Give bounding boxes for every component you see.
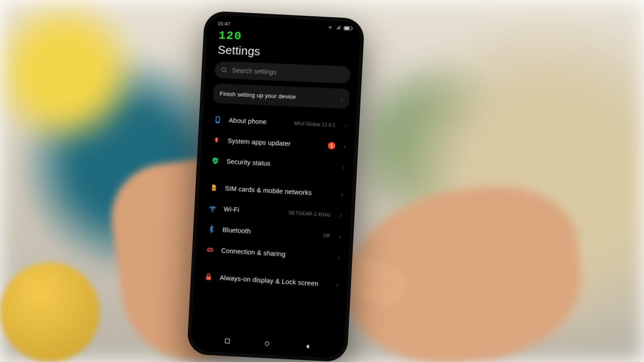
row-label: Always-on display & Lock screen xyxy=(220,274,330,288)
update-badge: 1 xyxy=(328,142,336,150)
shield-icon xyxy=(210,156,221,166)
settings-list: About phone MIUI Global 12.0.1 › System … xyxy=(194,109,356,296)
phone-frame: 15:47 120 Settings Search settings Finis… xyxy=(187,10,365,362)
background-mug xyxy=(0,262,100,362)
row-label: SIM cards & mobile networks xyxy=(225,185,335,198)
nav-recents-button[interactable] xyxy=(223,337,231,345)
lock-icon xyxy=(203,272,214,282)
chevron-right-icon: › xyxy=(340,212,342,219)
finish-setup-card[interactable]: Finish setting up your device › xyxy=(213,83,350,109)
bluetooth-icon xyxy=(206,224,216,234)
svg-line-4 xyxy=(225,71,226,72)
chevron-right-icon: › xyxy=(337,254,340,261)
link-icon xyxy=(205,244,216,255)
svg-rect-9 xyxy=(225,338,230,343)
phone: 15:47 120 Settings Search settings Finis… xyxy=(187,10,365,362)
battery-icon xyxy=(344,25,353,31)
chevron-right-icon: › xyxy=(341,191,343,198)
svg-rect-1 xyxy=(344,27,349,29)
finish-setup-label: Finish setting up your device xyxy=(220,90,296,100)
svg-rect-2 xyxy=(352,27,353,29)
row-label: Connection & sharing xyxy=(221,247,332,261)
row-sub: MIUI Global 12.0.1 xyxy=(294,120,336,128)
chevron-right-icon: › xyxy=(343,143,346,150)
sim-icon xyxy=(209,182,219,193)
status-right-cluster xyxy=(327,25,353,31)
row-label: Security status xyxy=(226,158,336,171)
svg-rect-8 xyxy=(206,276,211,280)
chevron-right-icon: › xyxy=(336,281,339,289)
row-label: About phone xyxy=(229,117,288,127)
chevron-right-icon: › xyxy=(342,163,345,171)
svg-rect-7 xyxy=(213,187,216,190)
wifi-icon xyxy=(207,203,218,214)
chevron-right-icon: › xyxy=(339,233,341,240)
nav-back-button[interactable] xyxy=(303,343,311,350)
chevron-right-icon: › xyxy=(344,122,347,129)
row-sub: NETGEAR-2.4GHz xyxy=(288,210,331,218)
search-icon xyxy=(221,67,228,73)
search-placeholder: Search settings xyxy=(232,67,277,76)
svg-point-10 xyxy=(265,342,269,346)
arrow-up-icon xyxy=(211,135,222,146)
row-sub: Off xyxy=(323,233,330,238)
status-time: 15:47 xyxy=(217,21,231,27)
chevron-right-icon: › xyxy=(341,95,343,102)
search-settings[interactable]: Search settings xyxy=(214,61,351,84)
row-label: Bluetooth xyxy=(222,226,317,239)
row-label: Wi-Fi xyxy=(224,205,283,216)
wifi-signal-icon xyxy=(327,25,333,30)
nav-bar xyxy=(191,330,345,357)
phone-icon xyxy=(212,114,223,125)
phone-screen: 15:47 120 Settings Search settings Finis… xyxy=(191,14,361,359)
row-label: System apps updater xyxy=(227,137,322,149)
svg-rect-6 xyxy=(216,117,219,122)
cell-signal-icon xyxy=(336,25,341,30)
nav-home-button[interactable] xyxy=(263,340,271,348)
